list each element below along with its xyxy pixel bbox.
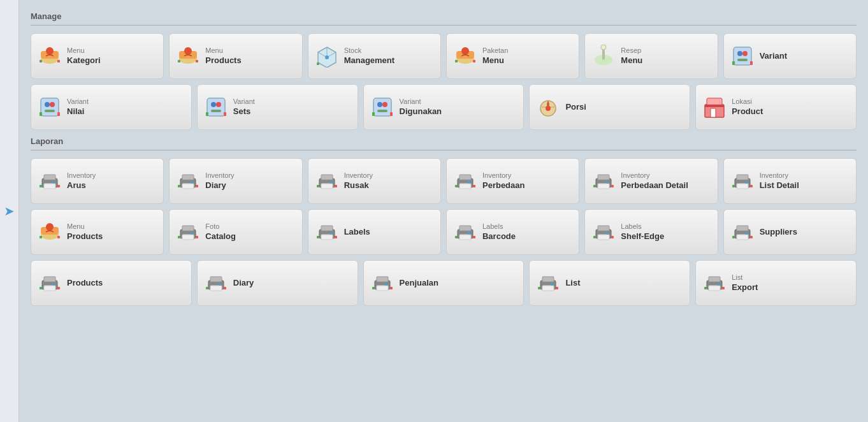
card-text-diary: InventoryDiary [205,171,234,191]
card-barcode[interactable]: LabelsBarcode [446,209,579,255]
card-icon-variant [730,44,755,68]
card-menu[interactable]: ResepMenu [584,33,718,79]
svg-point-19 [601,45,606,50]
card-variant[interactable]: Variant [723,33,857,79]
card-products[interactable]: Products [31,260,192,306]
svg-rect-58 [182,184,194,189]
svg-rect-138 [390,287,393,289]
card-text-labels: Labels [344,227,370,238]
card-catalog[interactable]: FotoCatalog [169,209,302,255]
card-title: Suppliers [760,227,797,238]
card-text-nilai: VariantNilai [67,97,89,117]
svg-point-112 [606,232,609,235]
card-management[interactable]: StockManagement [308,33,441,79]
card-title: Products [67,278,103,289]
svg-rect-73 [473,185,475,187]
card-products[interactable]: MenuProducts [31,209,164,255]
card-icon-management [315,44,339,68]
svg-rect-131 [206,287,208,289]
card-title: Menu [482,55,508,66]
card-icon-diary [204,271,228,295]
svg-rect-16 [473,60,475,62]
row-0-0: MenuKategori MenuProducts StockManagemen… [31,33,857,79]
card-icon-product [702,95,727,119]
card-text-arus: InventoryArus [67,171,96,191]
card-title: Product [732,106,763,117]
card-list[interactable]: List [529,260,690,306]
card-icon-rusak [315,169,339,193]
card-kategori[interactable]: MenuKategori [31,33,164,79]
svg-point-22 [742,51,748,56]
svg-rect-52 [44,184,55,189]
card-text-variant: Variant [760,51,787,62]
svg-rect-85 [750,185,753,187]
svg-rect-107 [455,236,458,238]
card-text-catalog: FotoCatalog [205,222,236,242]
section-label-0: Manage [31,11,857,21]
card-icon-perbedaan [453,169,477,193]
card-arus[interactable]: InventoryArus [31,158,164,204]
card-subtitle: Variant [400,97,442,106]
row-0-1: VariantNilai VariantSets VariantDigunaka… [31,84,857,130]
card-penjualan[interactable]: Penjualan [363,260,524,306]
svg-rect-113 [593,236,596,238]
card-diary[interactable]: InventoryDiary [169,158,302,204]
svg-rect-146 [709,277,720,282]
svg-rect-111 [598,235,609,240]
card-subtitle: Inventory [482,171,524,180]
card-subtitle: Inventory [344,171,373,180]
card-sets[interactable]: VariantSets [197,84,358,130]
card-products[interactable]: MenuProducts [169,33,302,79]
card-digunakan[interactable]: VariantDigunakan [363,84,524,130]
card-perbedaan-detail[interactable]: InventoryPerbedaan Detail [584,158,718,204]
svg-rect-24 [732,61,735,65]
svg-rect-69 [459,175,471,180]
card-icon-shelf-edge [591,220,616,244]
card-icon-nilai [38,95,62,119]
card-title: Kategori [67,55,101,66]
card-title: Products [67,231,103,242]
card-menu[interactable]: PaketanMenu [446,33,579,79]
svg-rect-150 [722,287,725,289]
svg-rect-36 [206,112,208,116]
card-labels[interactable]: Labels [308,209,441,255]
svg-rect-144 [556,287,558,289]
card-product[interactable]: LokasiProduct [695,84,857,130]
card-title: Perbedaan [482,180,524,191]
svg-rect-49 [705,105,724,107]
svg-point-136 [385,283,387,286]
svg-point-2 [46,47,54,55]
card-icon-perbedaan-detail [591,169,616,193]
card-nilai[interactable]: VariantNilai [31,84,192,130]
svg-rect-32 [207,98,225,116]
card-suppliers[interactable]: Suppliers [723,209,857,255]
sidebar-arrow-icon[interactable]: ➤ [4,203,15,219]
card-porsi[interactable]: Porsi [529,84,690,130]
svg-point-124 [52,283,55,286]
svg-rect-55 [57,185,60,187]
svg-rect-30 [40,112,42,116]
card-subtitle: Foto [205,222,236,231]
card-text-list-detail: InventoryList Detail [760,171,799,191]
svg-rect-51 [44,175,55,180]
svg-rect-126 [57,287,60,289]
card-diary[interactable]: Diary [197,260,358,306]
card-title: Export [732,282,758,293]
svg-rect-92 [182,226,194,231]
card-icon-list [536,271,560,295]
card-perbedaan[interactable]: InventoryPerbedaan [446,158,579,204]
svg-rect-81 [737,175,748,180]
card-export[interactable]: ListExport [695,260,857,306]
svg-rect-76 [598,184,609,189]
card-list-detail[interactable]: InventoryList Detail [723,158,857,204]
card-rusak[interactable]: InventoryRusak [308,158,441,204]
card-subtitle: Variant [67,97,89,106]
card-text-product: LokasiProduct [732,97,763,117]
svg-rect-114 [611,236,614,238]
svg-point-33 [211,102,216,107]
card-text-menu: ResepMenu [621,46,642,66]
card-subtitle: Labels [621,222,664,231]
svg-rect-78 [593,185,596,187]
card-text-diary: Diary [233,278,254,289]
card-shelf-edge[interactable]: LabelsShelf-Edge [584,209,718,255]
